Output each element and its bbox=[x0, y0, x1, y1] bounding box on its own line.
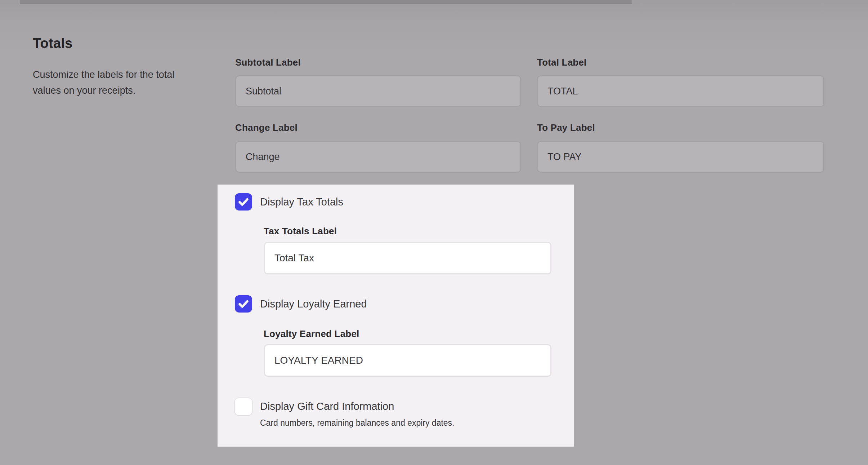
total-label: Total Label bbox=[537, 57, 587, 68]
tax-totals-field-label: Tax Totals Label bbox=[264, 226, 337, 237]
change-label-input[interactable] bbox=[235, 141, 521, 173]
display-loyalty-earned-label: Display Loyalty Earned bbox=[260, 297, 367, 310]
tax-totals-label-input[interactable] bbox=[264, 242, 551, 274]
display-tax-totals-checkbox[interactable] bbox=[235, 193, 252, 211]
display-tax-totals-label: Display Tax Totals bbox=[260, 195, 343, 208]
receipt-settings-screen: Totals Customize the labels for the tota… bbox=[0, 0, 868, 465]
subtotal-label-input[interactable] bbox=[235, 75, 521, 107]
to-pay-label: To Pay Label bbox=[537, 122, 595, 133]
loyalty-earned-field-label: Loyalty Earned Label bbox=[264, 328, 359, 340]
display-gift-card-label: Display Gift Card Information bbox=[260, 400, 394, 413]
section-description: Customize the labels for the total value… bbox=[33, 67, 198, 98]
section-title: Totals bbox=[33, 36, 72, 51]
checkmark-icon bbox=[237, 196, 250, 208]
to-pay-label-input[interactable] bbox=[537, 141, 824, 173]
gift-card-helper-text: Card numbers, remaining balances and exp… bbox=[260, 418, 455, 428]
display-loyalty-earned-checkbox[interactable] bbox=[235, 295, 252, 313]
checkmark-icon bbox=[237, 298, 250, 310]
subtotal-label: Subtotal Label bbox=[235, 57, 301, 68]
spotlight-panel: Display Tax Totals Tax Totals Label Disp… bbox=[218, 185, 574, 447]
change-label: Change Label bbox=[235, 122, 297, 133]
dimmed-header-edge bbox=[20, 0, 632, 4]
display-gift-card-checkbox[interactable] bbox=[235, 398, 252, 415]
total-label-input[interactable] bbox=[537, 75, 824, 107]
loyalty-earned-label-input[interactable] bbox=[264, 344, 551, 377]
